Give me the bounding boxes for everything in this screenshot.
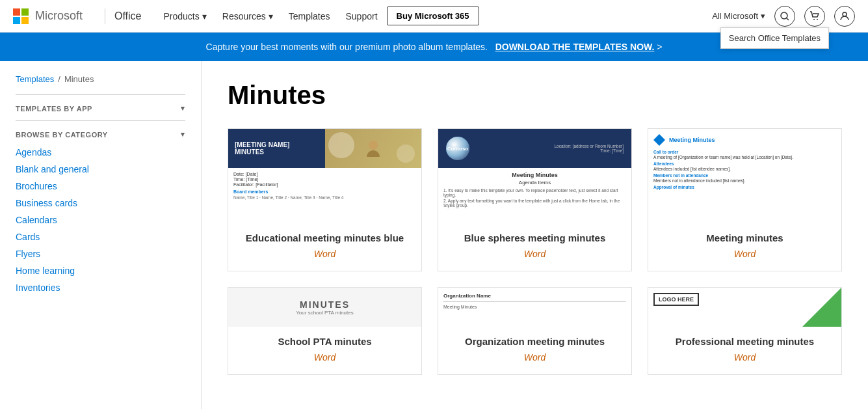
template-card-pta[interactable]: MINUTES Your school PTA minutes School P… [228, 287, 422, 375]
microsoft-name: Microsoft [35, 9, 83, 23]
user-icon[interactable] [834, 6, 855, 27]
thumb-mm-att: Attendees [653, 161, 836, 166]
thumb-spheres-agenda: Agenda Items [443, 180, 626, 185]
template-info-logo: Professional meeting minutes Word [648, 327, 841, 374]
sidebar-item-blank[interactable]: Blank and general [16, 161, 185, 178]
sidebar-item-home-learning[interactable]: Home learning [16, 262, 185, 279]
thumb-edu-list: Name, Title 1 · Name, Title 2 · Name, Ti… [233, 195, 416, 200]
template-thumb-mm: Meeting Minutes Call to order A meeting … [648, 129, 841, 223]
template-app-org: Word [449, 352, 621, 363]
thumb-edu-time: Time: [Time] [233, 177, 416, 182]
search-icon[interactable] [774, 6, 795, 27]
sidebar-item-flyers[interactable]: Flyers [16, 245, 185, 262]
brand-logo[interactable]: Microsoft [13, 8, 83, 24]
template-name-logo: Professional meeting minutes [659, 336, 831, 347]
header-divider [105, 8, 105, 24]
main-layout: Templates / Minutes TEMPLATES BY APP ▾ B… [0, 61, 868, 409]
sidebar-item-brochures[interactable]: Brochures [16, 178, 185, 195]
header-right: All Microsoft ▾ [712, 6, 855, 27]
sidebar-item-calendars[interactable]: Calendars [16, 212, 185, 228]
template-info-spheres: Blue spheres meeting minutes Word [438, 223, 631, 271]
sidebar-divider-1 [16, 94, 185, 95]
buy-button[interactable]: Buy Microsoft 365 [387, 7, 479, 25]
template-info-org: Organization meeting minutes Word [438, 327, 631, 374]
template-thumb-logo: LOGO HERE [648, 288, 841, 327]
thumb-mm-not-text: Members not in attendance included [list… [653, 178, 836, 183]
template-name-edu: Educational meeting minutes blue [239, 232, 411, 243]
nav-support[interactable]: Support [339, 6, 384, 27]
template-name-pta: School PTA minutes [239, 336, 411, 347]
sidebar-item-cards[interactable]: Cards [16, 228, 185, 245]
thumb-edu-meeting-name: [MEETING NAME] [235, 141, 289, 148]
search-tooltip: Search Office Templates [720, 27, 829, 49]
nav-templates[interactable]: Templates [282, 6, 337, 27]
chevron-down-icon: ▾ [761, 11, 765, 21]
breadcrumb-separator: / [58, 74, 60, 84]
svg-line-1 [787, 18, 789, 20]
microsoft-logo-grid [13, 8, 29, 24]
breadcrumb-current: Minutes [64, 74, 94, 84]
chevron-down-icon: ▾ [269, 11, 273, 21]
all-microsoft-dropdown[interactable]: All Microsoft ▾ [712, 11, 765, 21]
breadcrumb-templates[interactable]: Templates [16, 74, 54, 84]
thumb-mm-title: Meeting Minutes [669, 137, 715, 143]
thumb-edu-board: Board members [233, 189, 416, 194]
template-card-mm[interactable]: Meeting Minutes Call to order A meeting … [648, 128, 842, 271]
template-thumb-spheres: Contoso Location: [address or Room Numbe… [438, 129, 631, 223]
sidebar-item-business-cards[interactable]: Business cards [16, 195, 185, 212]
template-app-edu: Word [239, 249, 411, 259]
sidebar: Templates / Minutes TEMPLATES BY APP ▾ B… [0, 61, 202, 409]
thumb-mm-call-text: A meeting of [Organization or team name]… [653, 155, 836, 159]
template-name-spheres: Blue spheres meeting minutes [449, 232, 621, 243]
cart-icon[interactable] [804, 6, 825, 27]
thumb-edu-fac: Facilitator: [Facilitator] [233, 182, 416, 187]
thumb-mm-att-text: Attendees included [list attendee names]… [653, 167, 836, 171]
breadcrumb: Templates / Minutes [16, 74, 185, 84]
svg-point-5 [369, 141, 378, 150]
template-name-org: Organization meeting minutes [449, 336, 621, 347]
thumb-edu-minutes: MINUTES [235, 148, 289, 156]
banner-arrow: > [657, 42, 662, 52]
thumb-pta-title: MINUTES [300, 299, 350, 310]
templates-grid: [MEETING NAME] MINUTES Date: [Date] Time… [228, 128, 842, 375]
svg-point-4 [843, 12, 847, 16]
chevron-down-icon: ▾ [181, 130, 185, 139]
template-card-edu[interactable]: [MEETING NAME] MINUTES Date: [Date] Time… [228, 128, 422, 271]
template-app-logo: Word [659, 352, 831, 363]
nav-products[interactable]: Products ▾ [157, 6, 213, 27]
chevron-down-icon: ▾ [202, 11, 207, 21]
template-thumb-org: Organization Name Meeting Minutes [438, 288, 631, 327]
template-card-spheres[interactable]: Contoso Location: [address or Room Numbe… [438, 128, 632, 271]
nav-resources[interactable]: Resources ▾ [216, 6, 280, 27]
thumb-spheres-title: Meeting Minutes [443, 172, 626, 178]
banner-cta[interactable]: DOWNLOAD THE TEMPLATES NOW. [495, 42, 655, 52]
template-card-org[interactable]: Organization Name Meeting Minutes Organi… [438, 287, 632, 375]
sidebar-item-inventories[interactable]: Inventories [16, 279, 185, 296]
thumb-mm-not-in: Members not in attendance [653, 173, 836, 178]
template-thumb-pta: MINUTES Your school PTA minutes [228, 288, 421, 327]
template-app-pta: Word [239, 352, 411, 363]
thumb-edu-date: Date: [Date] [233, 172, 416, 176]
thumb-mm-call: Call to order [653, 150, 836, 154]
office-name: Office [114, 10, 142, 22]
browse-by-category-section[interactable]: BROWSE BY CATEGORY ▾ [16, 130, 185, 139]
sidebar-item-agendas[interactable]: Agendas [16, 144, 185, 161]
chevron-down-icon: ▾ [181, 104, 185, 113]
thumb-logo-here: LOGO HERE [653, 293, 699, 306]
sidebar-divider-2 [16, 120, 185, 121]
templates-by-app-section[interactable]: TEMPLATES BY APP ▾ [16, 104, 185, 113]
template-card-logo[interactable]: LOGO HERE Professional meeting minutes W… [648, 287, 842, 375]
template-app-spheres: Word [449, 249, 621, 259]
template-app-mm: Word [659, 249, 831, 259]
thumb-pta-sub: Your school PTA minutes [296, 310, 354, 316]
template-info-pta: School PTA minutes Word [228, 327, 421, 374]
template-info-edu: Educational meeting minutes blue Word [228, 223, 421, 271]
thumb-spheres-logo: Contoso [447, 146, 468, 152]
main-content: Minutes [MEETING NAME] MINUTES [202, 61, 868, 409]
template-info-mm: Meeting minutes Word [648, 223, 841, 271]
svg-point-3 [817, 19, 818, 20]
page-title: Minutes [228, 81, 842, 110]
header: Microsoft Office Products ▾ Resources ▾ … [0, 0, 868, 33]
template-name-mm: Meeting minutes [659, 232, 831, 243]
thumb-org-name: Organization Name [443, 293, 626, 302]
